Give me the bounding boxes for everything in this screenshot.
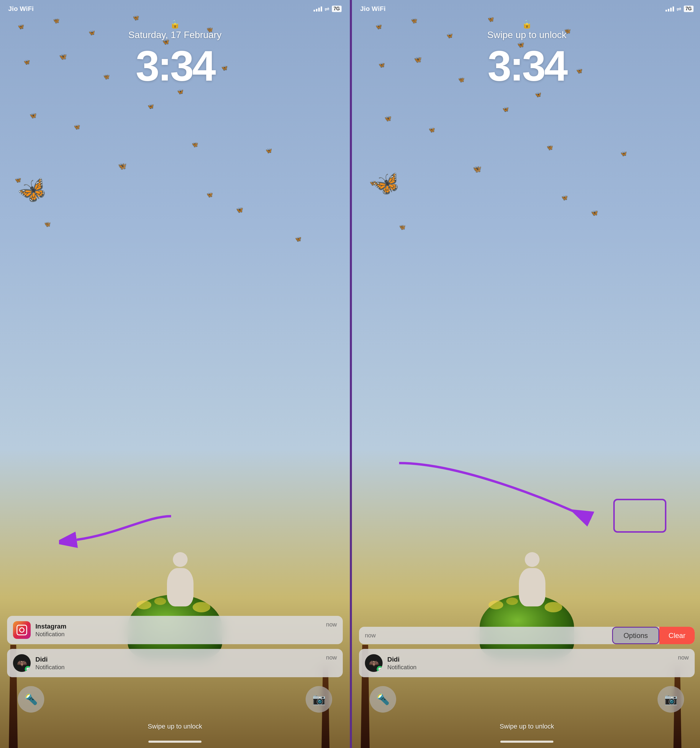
swipe-up-top-right: Swipe up to unlock: [487, 29, 567, 40]
home-indicator-right: [500, 740, 553, 743]
figure-right: [519, 552, 545, 607]
swipe-up-bottom-left: Swipe up to unlock: [148, 723, 202, 730]
instagram-notification-swiped[interactable]: now Options Clear: [359, 627, 695, 644]
didi-notif-message-left: Notification: [35, 664, 337, 671]
lock-icon-right: 🔒: [522, 19, 532, 29]
signal-bars-right: [665, 6, 674, 12]
carrier-left: Jio WiFi: [8, 5, 34, 13]
status-bar-right: Jio WiFi ⇌ 7G: [352, 0, 700, 18]
signal-bar-r3: [670, 8, 672, 12]
carrier-right: Jio WiFi: [360, 5, 386, 13]
didi-notif-text-left: Didi Notification: [35, 656, 337, 671]
instagram-notif-message: Notification: [35, 631, 337, 638]
torch-icon-left: 🔦: [24, 693, 38, 705]
bottom-controls-right: 🔦 📷: [352, 686, 700, 713]
swiped-now-time: now: [365, 631, 376, 640]
signal-bar-3: [318, 8, 320, 12]
screen-divider: [350, 0, 352, 748]
wifi-icon-left: ⇌: [324, 5, 330, 12]
didi-app-icon-right: 💬: [365, 654, 383, 672]
signal-bars-left: [313, 6, 322, 12]
status-icons-right: ⇌ 7G: [665, 5, 694, 12]
bottom-controls-left: 🔦 📷: [0, 686, 350, 713]
didi-notification-right[interactable]: 💬 Didi Notification now: [359, 649, 695, 677]
signal-bar-1: [313, 10, 315, 12]
didi-notif-text-right: Didi Notification: [387, 656, 689, 671]
wifi-icon-right: ⇌: [676, 5, 682, 12]
notifications-area-left: Instagram Notification now 💬 Didi Notifi…: [0, 616, 350, 677]
swipe-up-bottom-right: Swipe up to unlock: [500, 723, 554, 730]
date-label-left: Saturday, 17 February: [128, 29, 222, 40]
instagram-notif-time: now: [326, 621, 337, 628]
swiped-left-portion: now: [359, 627, 612, 644]
signal-bar-r4: [673, 6, 674, 12]
signal-bar-2: [316, 9, 317, 12]
whatsapp-badge-left: 💬: [25, 666, 31, 672]
didi-notif-time-left: now: [326, 654, 337, 661]
camera-button-left[interactable]: 📷: [306, 686, 332, 713]
signal-bar-r2: [668, 9, 669, 12]
signal-bar-r1: [665, 10, 667, 12]
home-indicator-left: [148, 740, 201, 743]
didi-notif-message-right: Notification: [387, 664, 689, 671]
didi-notif-time-right: now: [678, 654, 689, 661]
torch-button-right[interactable]: 🔦: [370, 686, 396, 713]
instagram-app-name: Instagram: [35, 623, 337, 630]
whatsapp-badge-right: 💬: [377, 666, 383, 672]
instagram-notif-text: Instagram Notification: [35, 623, 337, 638]
left-phone-screen: 🦋 🦋 🦋 🦋 🦋 🦋 🦋 🦋 🦋 🦋 🦋 🦋 🦋 🦋 🦋 🦋 🦋 🦋 🦋 🦋 …: [0, 0, 350, 748]
battery-right: 7G: [684, 6, 694, 12]
didi-notification-left[interactable]: 💬 Didi Notification now: [7, 649, 343, 677]
time-label-left: 3:34: [136, 41, 214, 91]
signal-bar-4: [321, 6, 322, 12]
lock-icon-left: 🔒: [170, 19, 180, 29]
status-icons-left: ⇌ 7G: [313, 5, 342, 12]
didi-app-icon-left: 💬: [13, 654, 31, 672]
clear-button[interactable]: Clear: [659, 627, 695, 644]
options-button[interactable]: Options: [612, 627, 659, 644]
large-butterfly-right: 🦋: [370, 168, 403, 200]
torch-button-left[interactable]: 🔦: [18, 686, 44, 713]
camera-icon-right: 📷: [664, 693, 677, 705]
instagram-notification[interactable]: Instagram Notification now: [7, 616, 343, 644]
notifications-area-right: now Options Clear 💬 Didi Notification no…: [352, 627, 700, 677]
torch-icon-right: 🔦: [376, 693, 390, 705]
camera-button-right[interactable]: 📷: [657, 686, 684, 713]
camera-icon-left: 📷: [312, 693, 326, 705]
figure: [167, 552, 193, 607]
status-bar-left: Jio WiFi ⇌ 7G: [0, 0, 350, 18]
didi-app-name-left: Didi: [35, 656, 337, 663]
right-phone-screen: 🦋 🦋 🦋 🦋 🦋 🦋 🦋 🦋 🦋 🦋 🦋 🦋 🦋 🦋 🦋 🦋 🦋 🦋 🦋 🦋 …: [352, 0, 700, 748]
instagram-app-icon: [13, 621, 31, 639]
battery-left: 7G: [332, 6, 342, 12]
time-label-right: 3:34: [488, 41, 566, 91]
didi-app-name-right: Didi: [387, 656, 689, 663]
